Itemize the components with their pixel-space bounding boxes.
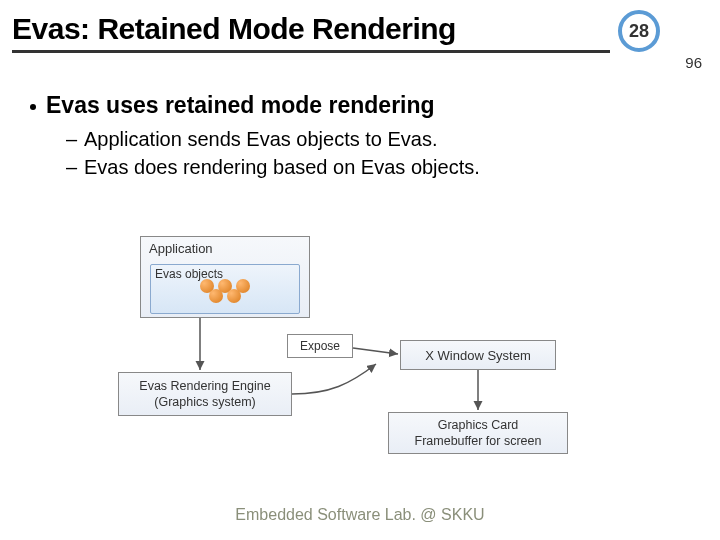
sub-bullet-item: – Evas does rendering based on Evas obje… (66, 153, 690, 181)
sub-bullet-item: – Application sends Evas objects to Evas… (66, 125, 690, 153)
dash-icon: – (66, 125, 76, 153)
sub-bullet-list: – Application sends Evas objects to Evas… (66, 125, 690, 181)
diagram-arrows (0, 230, 720, 490)
page-total: 96 (685, 54, 702, 71)
bullet-dot-icon (30, 104, 36, 110)
title-bar: Evas: Retained Mode Rendering (12, 12, 610, 53)
bullet-level1: Evas uses retained mode rendering (30, 92, 690, 119)
arrow-engine-to-xwin (292, 364, 376, 394)
content-area: Evas uses retained mode rendering – Appl… (30, 92, 690, 181)
slide: Evas: Retained Mode Rendering 28 96 Evas… (0, 0, 720, 540)
slide-title: Evas: Retained Mode Rendering (12, 12, 610, 46)
sub-bullet-text: Evas does rendering based on Evas object… (84, 153, 480, 181)
sub-bullet-text: Application sends Evas objects to Evas. (84, 125, 438, 153)
arrow-expose-to-xwin (353, 348, 398, 354)
page-current: 28 (629, 21, 649, 42)
bullet-main-text: Evas uses retained mode rendering (46, 92, 435, 119)
dash-icon: – (66, 153, 76, 181)
footer-text: Embedded Software Lab. @ SKKU (0, 506, 720, 524)
page-number-badge: 28 (618, 10, 660, 52)
diagram: Application Evas objects Expose Evas Ren… (0, 230, 720, 490)
